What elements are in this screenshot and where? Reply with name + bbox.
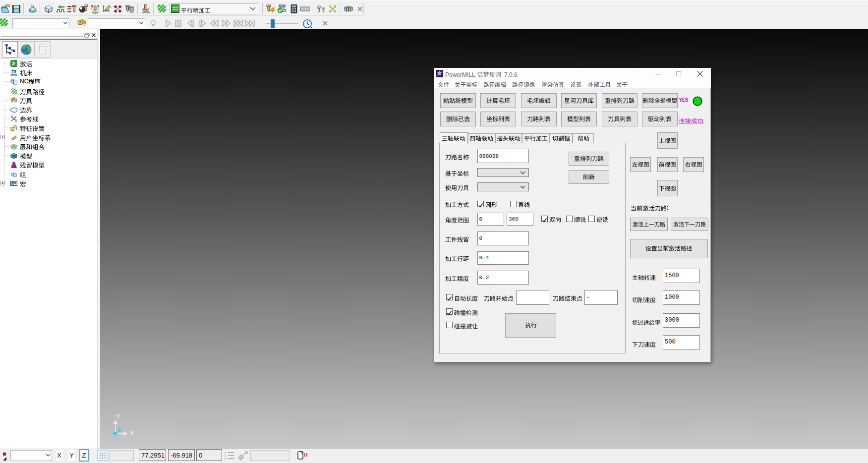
svg-text:X: X [130,429,134,437]
svg-text:Z: Z [117,426,121,434]
svg-text:Y: Y [116,412,120,420]
svg-text:z: z [225,457,226,460]
